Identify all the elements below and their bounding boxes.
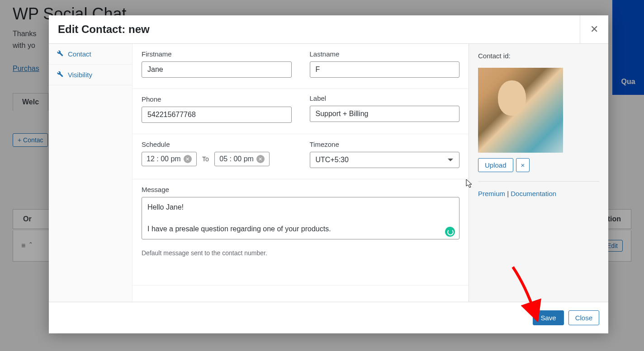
clear-icon[interactable]: ✕ [256, 155, 265, 163]
phone-input[interactable] [142, 107, 292, 123]
modal-aside: Contact id: Upload × Premium | Documenta… [469, 44, 608, 302]
upload-button[interactable]: Upload [478, 158, 513, 172]
modal-title: Edit Contact: new [58, 23, 150, 36]
wrench-icon [57, 71, 63, 79]
label-label: Label [310, 94, 460, 102]
contact-id-label: Contact id: [478, 52, 599, 60]
lastname-input[interactable] [310, 61, 460, 78]
label-input[interactable] [310, 106, 460, 122]
close-icon[interactable]: ✕ [580, 15, 608, 44]
to-label: To [202, 155, 209, 163]
modal-sidebar: Contact Visibility [49, 44, 133, 302]
wrench-icon [57, 50, 63, 58]
lastname-label: Lastname [310, 50, 460, 58]
avatar-image [478, 68, 563, 153]
sidebar-item-label: Contact [68, 50, 91, 58]
remove-avatar-button[interactable]: × [516, 158, 530, 172]
schedule-from-input[interactable]: 12 : 00 pm ✕ [142, 152, 197, 166]
sidebar-item-visibility[interactable]: Visibility [49, 65, 132, 85]
schedule-to-input[interactable]: 05 : 00 pm ✕ [214, 152, 270, 166]
timezone-select[interactable]: UTC+5:30 [310, 152, 460, 168]
message-label: Message [142, 186, 459, 193]
firstname-label: Firstname [142, 50, 292, 58]
close-button[interactable]: Close [568, 310, 599, 325]
edit-contact-modal: Edit Contact: new ✕ Contact Visibility [49, 15, 608, 333]
aside-links: Premium | Documentation [478, 190, 599, 197]
sidebar-item-contact[interactable]: Contact [49, 44, 132, 65]
clear-icon[interactable]: ✕ [184, 155, 192, 163]
message-textarea[interactable] [142, 197, 459, 239]
save-button[interactable]: Save [533, 310, 564, 325]
premium-link[interactable]: Premium [478, 190, 505, 197]
modal-footer: Save Close [49, 302, 608, 333]
modal-body: Contact Visibility Firstname Lastname [49, 44, 608, 302]
phone-label: Phone [142, 95, 292, 103]
modal-header: Edit Contact: new ✕ [49, 15, 608, 44]
firstname-input[interactable] [142, 61, 292, 78]
documentation-link[interactable]: Documentation [511, 190, 556, 197]
form-main: Firstname Lastname Phone L [133, 44, 469, 302]
message-help: Default message sent to the contact numb… [142, 249, 459, 257]
divider [478, 181, 599, 182]
sidebar-item-label: Visibility [68, 71, 92, 79]
schedule-label: Schedule [142, 140, 292, 148]
timezone-label: Timezone [310, 140, 460, 148]
grammarly-icon[interactable] [445, 227, 455, 237]
